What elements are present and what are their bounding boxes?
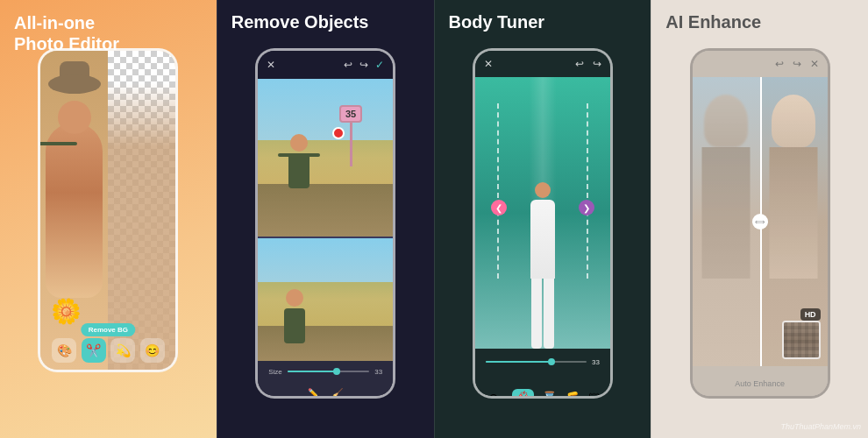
- phone-left-half: 🌼: [40, 51, 108, 370]
- body-enhanced: [770, 147, 818, 279]
- image-bottom: [258, 238, 393, 361]
- phone-top-bar-2: ✕ ↩ ↪ ✓: [258, 51, 393, 79]
- tool-slim[interactable]: 👙 Slim: [512, 389, 534, 399]
- slider-label: Size: [268, 368, 282, 376]
- redo-icon[interactable]: ↪: [359, 59, 368, 71]
- person-arms: [278, 153, 320, 157]
- waist-icon: ⌛: [542, 391, 557, 399]
- road: [258, 184, 393, 237]
- dashed-guide-left: [497, 103, 499, 279]
- person-body: [288, 153, 309, 188]
- slider-track[interactable]: [288, 371, 370, 372]
- remove-bg-button[interactable]: Remove BG: [82, 323, 135, 336]
- undo-icon[interactable]: ↩: [344, 59, 352, 71]
- girl-silhouette: [46, 123, 103, 298]
- body-image: ❮ ❯: [475, 77, 610, 349]
- dashed-guide-right: [587, 103, 588, 279]
- sky: [258, 79, 393, 140]
- top-icons-3: ↩ ↪: [575, 58, 601, 70]
- ai-split-image: ⟺ HD: [693, 77, 828, 366]
- result-head: [286, 289, 303, 307]
- body-slider-thumb[interactable]: [548, 358, 555, 365]
- tools-row: ⊙ Enhancer 👙 Slim ⌛ Waist 🦵 Legs 🛡: [475, 375, 610, 399]
- hd-badge: HD: [800, 308, 821, 321]
- phone-right-half-transparent: [108, 51, 175, 370]
- person-overlay: [108, 51, 175, 370]
- body-slider-track[interactable]: [486, 361, 587, 363]
- image-top: 35: [258, 79, 393, 237]
- size-slider-bar: Size 33: [258, 361, 393, 382]
- undo-icon-3[interactable]: ↩: [575, 58, 584, 70]
- phone-mockup-2: ✕ ↩ ↪ ✓ 35: [255, 48, 395, 399]
- panel-1-title: All-in-one Photo Editor: [14, 12, 119, 54]
- result-person: [284, 289, 305, 343]
- close-icon-4[interactable]: ✕: [810, 58, 819, 70]
- woman-legs: [531, 279, 554, 349]
- close-icon-3[interactable]: ✕: [484, 58, 493, 70]
- sign-board: 35: [339, 105, 362, 123]
- ai-original-half: [693, 77, 760, 366]
- tool-protect[interactable]: 🛡 Protect: [587, 391, 603, 399]
- legs-icon: 🦵: [564, 391, 579, 399]
- slider-thumb[interactable]: [333, 368, 340, 375]
- slider-fill: [288, 371, 337, 372]
- face-enhanced: [772, 95, 815, 147]
- top-bar-3: ✕ ↩ ↪: [475, 51, 610, 77]
- bottom-tools-2: ✏️ 🧹: [258, 382, 393, 399]
- redo-icon-4[interactable]: ↪: [793, 58, 801, 70]
- top-bar-4: ↩ ↪ ✕: [693, 51, 828, 77]
- confirm-icon[interactable]: ✓: [375, 59, 384, 71]
- pixelated-face-image: [784, 322, 819, 357]
- panel-ai-enhance: AI Enhance ↩ ↪ ✕ ⟺: [651, 0, 868, 438]
- panel-body-tuner: Body Tuner ✕ ↩ ↪ ❮ ❯: [434, 0, 651, 438]
- phone-mockup-3: ✕ ↩ ↪ ❮ ❯: [473, 48, 613, 399]
- bottom-area-4: Auto Enhance: [693, 366, 828, 399]
- panel-4-title: AI Enhance: [665, 12, 761, 32]
- selection-dot: [332, 127, 345, 139]
- bottom-toolbar-3: ⊙ Enhancer 👙 Slim ⌛ Waist 🦵 Legs 🛡: [475, 375, 610, 399]
- protect-icon: 🛡: [588, 391, 601, 399]
- body-slider-value: 33: [592, 358, 600, 366]
- ai-slider-handle[interactable]: ⟺: [752, 214, 768, 230]
- bottom-toolbar: 🎨 ✂️ 💫 😊: [40, 338, 175, 363]
- pencil-icon[interactable]: ✏️: [308, 388, 318, 398]
- flower-sticker: 🌼: [51, 297, 82, 326]
- redo-icon-3[interactable]: ↪: [593, 58, 601, 70]
- woman-head: [535, 182, 551, 198]
- face-closeup-box: [782, 321, 821, 359]
- top-icons-4: ↩ ↪ ✕: [775, 58, 819, 70]
- person-head: [290, 134, 308, 152]
- top-bar-icons: ↩ ↪ ✓: [344, 59, 384, 71]
- phone-mockup-1: 🌼 Remove BG 🎨 ✂️ 💫 😊: [38, 48, 178, 372]
- enhancer-icon: ⊙: [488, 391, 499, 399]
- hat-brim: [48, 74, 101, 94]
- slim-icon: 👙: [516, 391, 530, 399]
- woman-figure: [530, 182, 555, 349]
- tool-enhancer[interactable]: ⊙ Enhancer: [482, 391, 505, 399]
- close-icon[interactable]: ✕: [267, 59, 275, 71]
- arrow-right-control[interactable]: ❯: [579, 200, 594, 215]
- slider-value: 33: [374, 368, 382, 376]
- body-slider-fill: [486, 361, 551, 363]
- panel-2-title: Remove Objects: [231, 12, 369, 32]
- tool-waist[interactable]: ⌛ Waist: [542, 391, 557, 399]
- toolbar-icon-1[interactable]: 🎨: [52, 338, 76, 363]
- body-slider-area: 33: [475, 349, 610, 375]
- toolbar-icon-4[interactable]: 😊: [140, 338, 165, 363]
- woman-torso: [530, 200, 555, 279]
- result-body: [284, 308, 305, 343]
- toolbar-icon-2-active[interactable]: ✂️: [82, 338, 106, 363]
- eraser-icon[interactable]: 🧹: [332, 388, 343, 398]
- tool-legs[interactable]: 🦵 Legs: [564, 391, 579, 399]
- road-bottom: [258, 326, 393, 361]
- arms: [40, 142, 77, 145]
- toolbar-icon-3[interactable]: 💫: [110, 338, 135, 363]
- panel-remove-objects: Remove Objects ✕ ↩ ↪ ✓ 35: [217, 0, 434, 438]
- phone-mockup-4: ↩ ↪ ✕ ⟺ HD: [690, 48, 830, 399]
- panel-3-title: Body Tuner: [449, 12, 545, 32]
- undo-icon-4[interactable]: ↩: [775, 58, 784, 70]
- sky-bottom: [258, 238, 393, 282]
- face-blur: [704, 95, 748, 147]
- person-shape: [288, 134, 309, 188]
- arrow-left-control[interactable]: ❮: [491, 200, 507, 215]
